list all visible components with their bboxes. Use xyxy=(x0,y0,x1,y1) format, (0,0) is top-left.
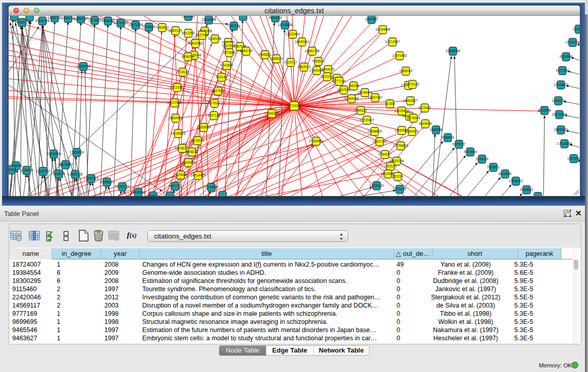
svg-text:9576944: 9576944 xyxy=(407,116,420,120)
svg-text:10807487: 10807487 xyxy=(368,96,383,99)
svg-text:20053346: 20053346 xyxy=(76,64,91,68)
svg-text:16654932: 16654932 xyxy=(168,116,183,120)
svg-text:12093872: 12093872 xyxy=(554,83,569,86)
svg-text:3215958: 3215958 xyxy=(538,108,551,112)
svg-text:9329966: 9329966 xyxy=(559,55,573,58)
svg-text:1156829: 1156829 xyxy=(20,168,33,172)
svg-text:16543382: 16543382 xyxy=(188,41,203,45)
svg-text:10688609: 10688609 xyxy=(367,129,382,133)
svg-text:17359924: 17359924 xyxy=(70,150,84,154)
svg-text:9338924: 9338924 xyxy=(441,136,454,139)
svg-text:3267130: 3267130 xyxy=(207,114,221,117)
svg-text:9245682: 9245682 xyxy=(520,188,533,191)
svg-text:6497508: 6497508 xyxy=(337,88,351,92)
svg-text:15720407: 15720407 xyxy=(360,118,375,122)
svg-text:10648784: 10648784 xyxy=(446,49,461,53)
svg-text:39154: 39154 xyxy=(9,168,16,171)
svg-text:9777169: 9777169 xyxy=(333,79,346,83)
svg-text:1815112: 1815112 xyxy=(384,164,397,168)
svg-text:10853267: 10853267 xyxy=(74,17,89,20)
svg-text:7625402: 7625402 xyxy=(174,173,187,177)
svg-text:15751074: 15751074 xyxy=(565,40,580,44)
svg-text:16210043: 16210043 xyxy=(552,113,567,116)
svg-text:1322017: 1322017 xyxy=(284,60,297,64)
svg-text:8912954: 8912954 xyxy=(182,31,195,35)
svg-text:1527602: 1527602 xyxy=(88,18,101,22)
svg-text:7515526: 7515526 xyxy=(142,25,156,29)
svg-text:19637132: 19637132 xyxy=(48,16,62,19)
svg-text:15718485: 15718485 xyxy=(204,185,219,189)
svg-text:7955812: 7955812 xyxy=(312,59,325,63)
svg-text:20206536: 20206536 xyxy=(47,152,61,156)
svg-text:9794073: 9794073 xyxy=(321,68,335,71)
svg-text:17016504: 17016504 xyxy=(557,142,572,145)
svg-text:8471626: 8471626 xyxy=(498,172,512,176)
svg-text:10033809: 10033809 xyxy=(202,18,216,21)
svg-text:18907249: 18907249 xyxy=(373,140,387,143)
svg-text:2935114: 2935114 xyxy=(476,157,489,161)
svg-text:10958117: 10958117 xyxy=(100,180,115,184)
svg-text:9646821: 9646821 xyxy=(258,53,272,56)
svg-text:9474444: 9474444 xyxy=(464,150,477,154)
svg-text:1244419: 1244419 xyxy=(552,99,565,102)
svg-text:13325419: 13325419 xyxy=(286,32,300,36)
svg-text:16154808: 16154808 xyxy=(376,28,390,31)
svg-text:9242845: 9242845 xyxy=(220,63,233,67)
svg-text:6379197: 6379197 xyxy=(452,142,466,146)
svg-text:2087682: 2087682 xyxy=(365,17,378,21)
svg-text:9660124: 9660124 xyxy=(169,29,182,32)
svg-text:12409948: 12409948 xyxy=(181,161,196,164)
svg-text:19218506: 19218506 xyxy=(278,23,293,27)
svg-text:8854749: 8854749 xyxy=(239,49,253,53)
svg-text:9699695: 9699695 xyxy=(419,122,432,125)
svg-text:9427552: 9427552 xyxy=(211,89,225,93)
svg-text:1464923: 1464923 xyxy=(405,129,419,133)
svg-text:17957223: 17957223 xyxy=(84,177,99,180)
svg-text:1267536: 1267536 xyxy=(567,157,580,160)
svg-text:19384554: 19384554 xyxy=(309,139,324,143)
svg-text:8813054: 8813054 xyxy=(269,16,282,19)
svg-text:803144: 803144 xyxy=(216,75,227,79)
svg-text:10719155: 10719155 xyxy=(114,21,128,25)
svg-text:62160: 62160 xyxy=(385,102,395,105)
svg-text:20364436: 20364436 xyxy=(344,97,359,100)
svg-text:20691406: 20691406 xyxy=(35,19,50,23)
svg-text:12213957: 12213957 xyxy=(385,40,400,43)
svg-text:9115460: 9115460 xyxy=(419,106,431,110)
svg-text:10973493: 10973493 xyxy=(393,54,407,57)
svg-text:3875685: 3875685 xyxy=(223,51,236,54)
svg-text:16782759: 16782759 xyxy=(115,185,130,188)
svg-text:16671355: 16671355 xyxy=(128,23,143,27)
svg-text:12942757: 12942757 xyxy=(36,169,51,173)
svg-text:18724007: 18724007 xyxy=(287,104,302,107)
svg-text:18463627: 18463627 xyxy=(403,99,418,102)
svg-text:1362615: 1362615 xyxy=(297,65,311,69)
svg-text:1975125: 1975125 xyxy=(406,82,419,86)
svg-text:746266: 746266 xyxy=(348,84,359,87)
svg-text:252214: 252214 xyxy=(392,174,403,178)
svg-text:1803180: 1803180 xyxy=(182,16,195,18)
svg-text:93975887: 93975887 xyxy=(58,163,73,166)
svg-text:8186328: 8186328 xyxy=(208,37,222,40)
svg-text:12213382: 12213382 xyxy=(170,85,185,89)
svg-text:9784067: 9784067 xyxy=(378,152,391,156)
svg-text:1627509: 1627509 xyxy=(195,33,209,37)
svg-text:18245414: 18245414 xyxy=(358,91,373,94)
svg-text:16961758: 16961758 xyxy=(305,49,320,53)
svg-text:2718129: 2718129 xyxy=(176,70,189,74)
svg-text:12923448: 12923448 xyxy=(131,190,146,194)
svg-text:994544: 994544 xyxy=(147,194,159,196)
svg-text:1733426: 1733426 xyxy=(393,187,406,191)
svg-text:17004: 17004 xyxy=(210,101,219,105)
svg-text:11353584: 11353584 xyxy=(197,125,211,129)
svg-text:12505135: 12505135 xyxy=(68,172,83,176)
svg-text:9227342: 9227342 xyxy=(556,69,569,72)
svg-text:14914479: 14914479 xyxy=(191,173,206,177)
svg-text:7632621: 7632621 xyxy=(487,165,500,169)
svg-text:6466160: 6466160 xyxy=(101,19,115,23)
svg-text:16107522: 16107522 xyxy=(167,101,182,104)
svg-text:10025438: 10025438 xyxy=(395,109,409,113)
svg-text:18640910: 18640910 xyxy=(295,40,310,43)
svg-text:18300295: 18300295 xyxy=(265,112,279,115)
svg-text:10654112: 10654112 xyxy=(509,179,524,183)
